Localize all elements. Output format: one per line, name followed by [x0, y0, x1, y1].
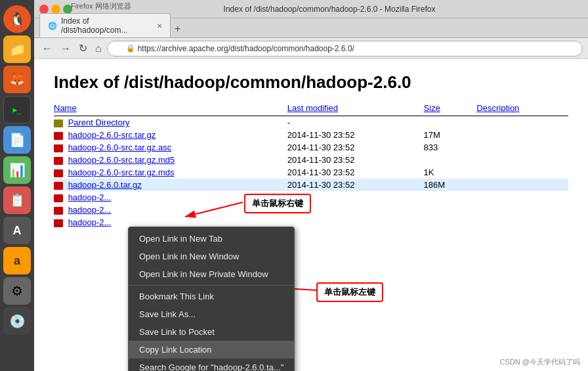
close-button[interactable] — [39, 5, 49, 14]
file-link[interactable]: hadoop-2.6.0-src.tar.gz.md5 — [68, 155, 175, 165]
size-cell — [424, 216, 477, 229]
desc-cell — [476, 179, 568, 191]
tab-label: Index of /dist/hadoop/com... — [61, 16, 153, 35]
firefox-icon[interactable]: 🦊 — [3, 66, 31, 93]
file-icon — [54, 144, 63, 152]
back-button[interactable]: ← — [39, 41, 55, 56]
watermark: CSDN @今天学代码了吗 — [500, 357, 580, 367]
text-editor-icon[interactable]: 📄 — [3, 126, 31, 154]
file-icon — [54, 194, 63, 202]
file-link[interactable]: hadoop-2... — [68, 192, 112, 202]
file-table: Name Last modified Size Description Pare… — [54, 102, 568, 229]
size-cell — [424, 191, 477, 204]
context-bookmark[interactable]: Bookmark This Link — [129, 288, 294, 305]
col-size[interactable]: Size — [424, 102, 477, 116]
browser-tab[interactable]: 🌐 Index of /dist/hadoop/com... ✕ — [39, 13, 171, 37]
file-link[interactable]: hadoop-2.6.0-src.tar.gz — [68, 130, 156, 140]
address-text: https://archive.apache.org/dist/hadoop/c… — [138, 44, 354, 53]
table-row: hadoop-2... — [54, 204, 568, 216]
file-link[interactable]: hadoop-2.6.0.tar.gz — [68, 180, 142, 190]
new-tab-button[interactable]: + — [171, 23, 184, 35]
home-button[interactable]: ⌂ — [93, 41, 104, 56]
context-open-new-window[interactable]: Open Link in New Window — [129, 248, 294, 265]
modified-cell — [287, 216, 424, 229]
annotation-right-click: 单击鼠标右键 — [244, 194, 311, 213]
context-search-google[interactable]: Search Google for "hadoop-2.6.0.ta..." — [129, 359, 294, 371]
context-open-new-tab[interactable]: Open Link in New Tab — [129, 230, 294, 248]
desc-cell — [476, 204, 568, 216]
parent-dir-link[interactable]: Parent Directory — [68, 118, 130, 127]
col-modified[interactable]: Last modified — [287, 102, 424, 116]
modified-cell: 2014-11-30 23:52 — [287, 179, 424, 191]
size-cell: 1K — [424, 166, 477, 179]
table-row: hadoop-2.6.0-src.tar.gz.mds 2014-11-30 2… — [54, 166, 568, 179]
window-title: Index of /dist/hadoop/common/hadoop-2.6.… — [76, 5, 583, 14]
ssl-lock-icon: 🔒 — [126, 44, 135, 53]
window-controls — [39, 5, 72, 14]
tab-close-button[interactable]: ✕ — [157, 22, 162, 30]
forward-button[interactable]: → — [58, 41, 74, 56]
context-save-as[interactable]: Save Link As... — [129, 305, 294, 323]
size-cell: 833 — [424, 141, 477, 154]
file-icon — [54, 182, 63, 190]
table-row: hadoop-2.6.0-src.tar.gz.asc 2014-11-30 2… — [54, 141, 568, 154]
folder-icon — [54, 120, 63, 127]
table-row: hadoop-2... — [54, 191, 568, 204]
file-link[interactable]: hadoop-2.6.0-src.tar.gz.asc — [68, 142, 172, 152]
impress-icon[interactable]: 📋 — [3, 186, 31, 214]
size-cell: 186M — [424, 179, 477, 191]
disk-icon[interactable]: 💿 — [3, 307, 31, 335]
font-icon[interactable]: A — [3, 217, 31, 244]
context-open-private[interactable]: Open Link in New Private Window — [129, 265, 294, 283]
taskbar: 🐧 📁 🦊 ▶_ 📄 📊 📋 A a ⚙ 💿 — [0, 0, 34, 371]
browser-window: Firefox 网络浏览器 Index of /dist/hadoop/comm… — [34, 0, 588, 371]
context-save-pocket[interactable]: Save Link to Pocket — [129, 323, 294, 341]
col-name[interactable]: Name — [54, 102, 287, 116]
size-cell: 17M — [424, 129, 477, 141]
modified-cell: - — [287, 116, 424, 129]
modified-cell: 2014-11-30 23:52 — [287, 141, 424, 154]
amazon-icon[interactable]: a — [3, 247, 31, 274]
calc-icon[interactable]: 📊 — [3, 156, 31, 184]
file-icon — [54, 132, 63, 140]
context-copy-link[interactable]: Copy Link Location — [129, 341, 294, 359]
file-icon — [54, 207, 63, 215]
file-icon — [54, 219, 63, 227]
address-bar[interactable]: 🔒 https://archive.apache.org/dist/hadoop… — [107, 41, 583, 56]
table-row: hadoop-2.6.0-src.tar.gz.md5 2014-11-30 2… — [54, 154, 568, 166]
modified-cell: 2014-11-30 23:52 — [287, 129, 424, 141]
size-cell — [424, 204, 477, 216]
settings-icon[interactable]: ⚙ — [3, 277, 31, 305]
context-separator — [129, 285, 294, 286]
desc-cell — [476, 154, 568, 166]
table-row: hadoop-2.6.0-src.tar.gz 2014-11-30 23:52… — [54, 129, 568, 141]
files-icon[interactable]: 📁 — [3, 35, 31, 63]
tab-bar: 🌐 Index of /dist/hadoop/com... ✕ + — [34, 18, 588, 38]
nav-bar: ← → ↻ ⌂ 🔒 https://archive.apache.org/dis… — [34, 38, 588, 59]
page-content: Index of /dist/hadoop/common/hadoop-2.6.… — [34, 59, 588, 371]
col-desc[interactable]: Description — [476, 102, 568, 116]
refresh-button[interactable]: ↻ — [76, 41, 90, 56]
modified-cell: 2014-11-30 23:52 — [287, 166, 424, 179]
size-cell — [424, 116, 477, 129]
annotation-left-click: 单击鼠标左键 — [316, 282, 383, 302]
terminal-icon[interactable]: ▶_ — [3, 96, 31, 123]
page-title: Index of /dist/hadoop/common/hadoop-2.6.… — [54, 72, 568, 93]
file-icon — [54, 157, 63, 165]
desc-cell — [476, 116, 568, 129]
desc-cell — [476, 129, 568, 141]
desc-cell — [476, 191, 568, 204]
file-link[interactable]: hadoop-2... — [68, 205, 112, 215]
desc-cell — [476, 141, 568, 154]
minimize-button[interactable] — [51, 5, 60, 14]
file-icon — [54, 169, 63, 177]
table-row: Parent Directory - — [54, 116, 568, 129]
desc-cell — [476, 216, 568, 229]
file-link[interactable]: hadoop-2... — [68, 217, 112, 227]
desc-cell — [476, 166, 568, 179]
context-menu: Open Link in New Tab Open Link in New Wi… — [128, 227, 295, 371]
modified-cell: 2014-11-30 23:52 — [287, 154, 424, 166]
ubuntu-icon[interactable]: 🐧 — [3, 5, 31, 33]
file-link[interactable]: hadoop-2.6.0-src.tar.gz.mds — [68, 167, 175, 177]
table-row-highlighted: hadoop-2.6.0.tar.gz 2014-11-30 23:52 186… — [54, 179, 568, 191]
